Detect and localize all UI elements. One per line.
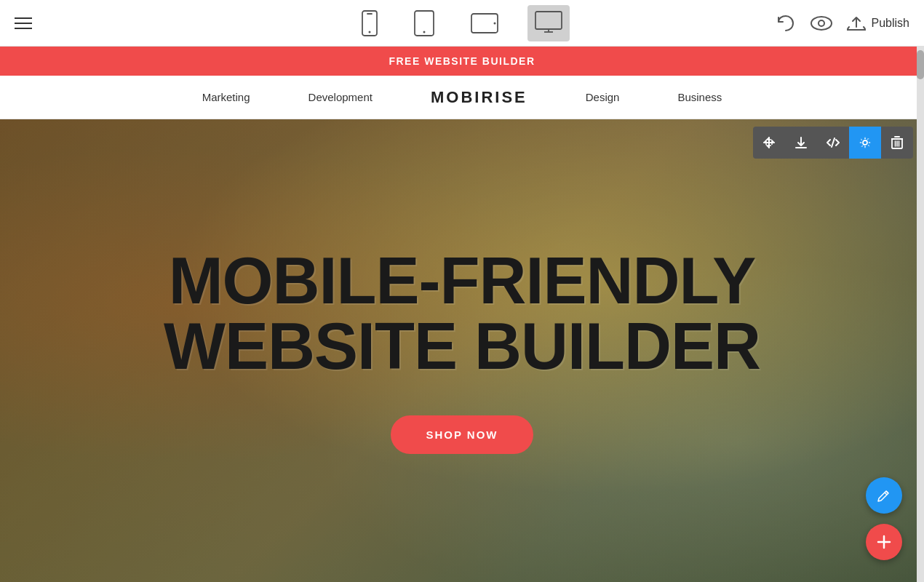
svg-point-10 bbox=[811, 17, 832, 30]
section-download-button[interactable] bbox=[785, 127, 817, 159]
section-code-button[interactable] bbox=[817, 127, 849, 159]
banner-bar: FREE WEBSITE BUILDER bbox=[0, 47, 924, 76]
trash-icon bbox=[891, 136, 903, 149]
shop-now-button[interactable]: SHOP NOW bbox=[391, 415, 533, 454]
fab-container bbox=[866, 477, 902, 560]
undo-icon bbox=[776, 15, 796, 32]
desktop-icon bbox=[535, 11, 562, 36]
download-icon bbox=[794, 136, 808, 149]
gear-icon bbox=[859, 136, 872, 149]
eye-icon bbox=[811, 15, 832, 31]
hamburger-icon bbox=[15, 17, 32, 29]
hero-title: MOBILE-FRIENDLY WEBSITE BUILDER bbox=[164, 248, 760, 379]
fab-add-button[interactable] bbox=[866, 524, 902, 560]
tablet-landscape-button[interactable] bbox=[463, 7, 506, 39]
scrollbar-track[interactable] bbox=[917, 47, 924, 582]
svg-point-4 bbox=[423, 31, 426, 33]
preview-button[interactable] bbox=[811, 15, 832, 31]
undo-button[interactable] bbox=[776, 15, 796, 32]
publish-icon bbox=[847, 15, 866, 31]
nav-logo: MOBIRISE bbox=[431, 88, 527, 107]
nav-link-design[interactable]: Design bbox=[586, 91, 620, 103]
toolbar-left bbox=[0, 17, 32, 29]
svg-point-17 bbox=[863, 140, 867, 145]
top-toolbar: Publish bbox=[0, 0, 924, 47]
nav-link-marketing[interactable]: Marketing bbox=[202, 91, 250, 103]
toolbar-center bbox=[354, 4, 570, 42]
svg-point-6 bbox=[494, 22, 496, 24]
nav-link-development[interactable]: Development bbox=[308, 91, 373, 103]
mobile-icon bbox=[362, 10, 378, 36]
publish-button[interactable]: Publish bbox=[847, 15, 909, 31]
pencil-icon bbox=[877, 488, 891, 503]
svg-line-16 bbox=[832, 138, 835, 147]
tablet-icon bbox=[414, 10, 434, 36]
svg-point-2 bbox=[369, 31, 371, 33]
section-delete-button[interactable] bbox=[881, 127, 913, 159]
toolbar-right: Publish bbox=[776, 15, 924, 32]
scrollbar-thumb bbox=[917, 50, 924, 79]
plus-icon bbox=[876, 534, 892, 550]
section-settings-button[interactable] bbox=[849, 127, 881, 159]
hero-title-line1: MOBILE-FRIENDLY bbox=[169, 244, 756, 317]
nav-link-business[interactable]: Business bbox=[677, 91, 722, 103]
hero-title-line2: WEBSITE BUILDER bbox=[164, 310, 760, 383]
tablet-landscape-icon bbox=[471, 13, 498, 33]
hero-section: MOBILE-FRIENDLY WEBSITE BUILDER SHOP NOW bbox=[0, 119, 924, 582]
menu-button[interactable] bbox=[15, 17, 32, 29]
svg-point-11 bbox=[819, 20, 824, 26]
banner-text: FREE WEBSITE BUILDER bbox=[389, 55, 535, 67]
svg-rect-7 bbox=[535, 12, 562, 29]
move-icon bbox=[762, 136, 776, 149]
publish-label: Publish bbox=[872, 17, 909, 30]
mobile-view-button[interactable] bbox=[354, 4, 385, 42]
fab-edit-button[interactable] bbox=[866, 477, 902, 514]
section-toolbar bbox=[753, 127, 913, 159]
hero-content: MOBILE-FRIENDLY WEBSITE BUILDER SHOP NOW bbox=[0, 119, 924, 582]
section-move-button[interactable] bbox=[753, 127, 785, 159]
code-icon bbox=[827, 136, 840, 149]
tablet-view-button[interactable] bbox=[407, 4, 442, 42]
nav-bar: Marketing Development MOBIRISE Design Bu… bbox=[0, 76, 924, 119]
desktop-view-button[interactable] bbox=[527, 5, 570, 41]
